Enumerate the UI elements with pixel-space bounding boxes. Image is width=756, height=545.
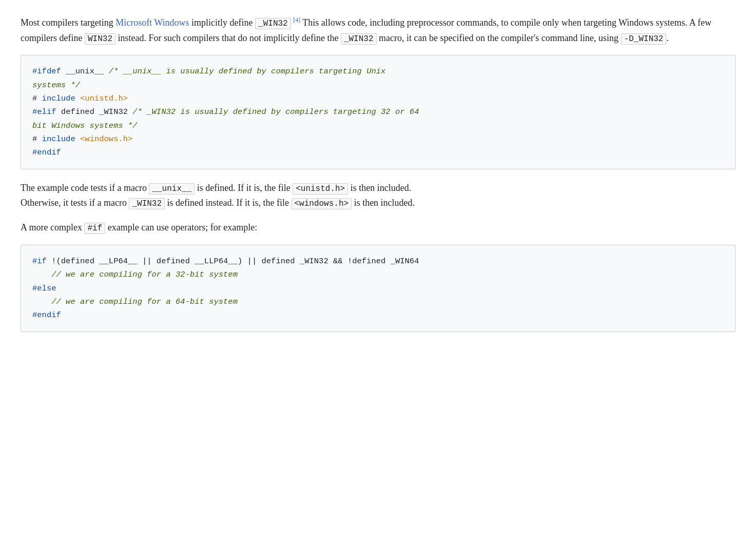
code2-line-5: #endif	[32, 308, 724, 322]
inline-code-win32-2: WIN32	[85, 33, 115, 45]
code-line-1: #ifdef __unix__ /* __unix__ is usually d…	[32, 65, 724, 78]
inline-code-windows-h: <windows.h>	[292, 198, 352, 209]
code2-line-3: #else	[32, 282, 724, 295]
code-line-2: systems */	[32, 79, 724, 92]
para1-text2: implicitly define	[189, 17, 255, 28]
microsoft-windows-link[interactable]: Microsoft Windows	[115, 17, 189, 28]
para3-text2: example can use operators; for example:	[105, 222, 257, 232]
paragraph-2: The example code tests if a macro __unix…	[21, 181, 735, 211]
para1-text1: Most compilers targeting	[21, 17, 115, 28]
inline-code-unix: __unix__	[149, 183, 195, 194]
code2-line-1: #if !(defined __LP64__ || defined __LLP6…	[32, 255, 724, 268]
code-line-6: # include <windows.h>	[32, 132, 724, 146]
code-line-7: #endif	[32, 146, 724, 159]
para1-text5: macro, it can be specified on the compil…	[377, 33, 621, 43]
para2-text2: is defined. If it is, the file	[195, 183, 293, 193]
para2-text4: Otherwise, it tests if a macro	[21, 198, 129, 208]
code-line-4: #elif defined _WIN32 /* _WIN32 is usuall…	[32, 105, 724, 119]
code2-line-2: // we are compiling for a 32-bit system	[32, 268, 724, 281]
para1-text4: instead. For such compilers that do not …	[115, 33, 341, 43]
para2-text1: The example code tests if a macro	[21, 183, 149, 193]
code-line-5: bit Windows systems */	[32, 119, 724, 132]
para2-text3: is then included.	[348, 183, 411, 193]
code2-line-4: // we are compiling for a 64-bit system	[32, 295, 724, 308]
code-line-3: # include <unistd.h>	[32, 92, 724, 105]
inline-code-win32-3: _WIN32	[341, 33, 377, 45]
inline-code-win32-1: _WIN32	[255, 18, 291, 29]
inline-code-if: #if	[84, 223, 105, 234]
sup-ref[interactable]: [4]	[293, 16, 300, 24]
para1-text6: .	[666, 33, 669, 43]
para3-text1: A more complex	[21, 222, 84, 232]
para2-text6: is then included.	[352, 198, 415, 208]
paragraph-1: Most compilers targeting Microsoft Windo…	[21, 15, 735, 46]
paragraph-3: A more complex #if example can use opera…	[21, 220, 735, 236]
inline-code-unistd: <unistd.h>	[293, 183, 348, 194]
para2-text5: is defined instead. If it is, the file	[165, 198, 291, 208]
code-block-1: #ifdef __unix__ /* __unix__ is usually d…	[21, 55, 735, 169]
inline-code-d-win32: -D_WIN32	[621, 33, 667, 45]
code-block-2: #if !(defined __LP64__ || defined __LLP6…	[21, 245, 735, 332]
inline-code-win32-4: _WIN32	[129, 198, 165, 209]
